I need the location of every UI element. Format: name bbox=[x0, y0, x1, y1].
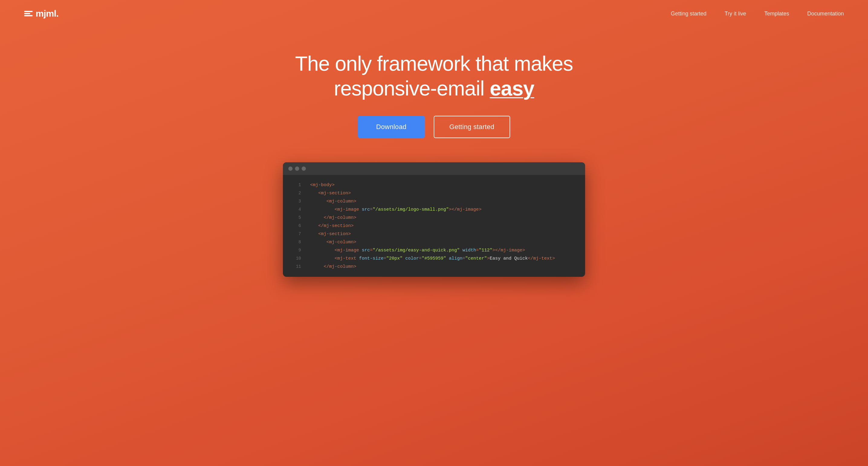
code-line: 8 <mj-column> bbox=[283, 238, 585, 246]
line-number: 2 bbox=[289, 189, 301, 197]
code-line: 4 <mj-image src="/assets/img/logo-small.… bbox=[283, 206, 585, 214]
code-content: <mj-image src="/assets/img/easy-and-quic… bbox=[310, 246, 525, 254]
nav-try-it-live[interactable]: Try it live bbox=[725, 10, 746, 17]
code-content: <mj-column> bbox=[310, 238, 356, 246]
hero-buttons: Download Getting started bbox=[12, 116, 856, 138]
code-content: </mj-column> bbox=[310, 262, 356, 271]
download-button[interactable]: Download bbox=[358, 116, 424, 138]
editor-body: 1<mj-body>2 <mj-section>3 <mj-column>4 <… bbox=[283, 175, 585, 277]
hero-title-line1: The only framework that makes bbox=[295, 52, 573, 75]
code-line: 7 <mj-section> bbox=[283, 230, 585, 238]
line-number: 8 bbox=[289, 239, 301, 246]
line-number: 10 bbox=[289, 255, 301, 262]
code-line: 3 <mj-column> bbox=[283, 197, 585, 206]
nav-links: Getting started Try it live Templates Do… bbox=[671, 10, 844, 17]
line-number: 1 bbox=[289, 181, 301, 189]
code-line: 1<mj-body> bbox=[283, 181, 585, 189]
code-content: <mj-section> bbox=[310, 230, 351, 238]
code-content: <mj-section> bbox=[310, 189, 351, 197]
hero-title-line2: responsive-email bbox=[334, 77, 490, 100]
code-content: <mj-image src="/assets/img/logo-small.pn… bbox=[310, 206, 482, 214]
hero-title: The only framework that makes responsive… bbox=[12, 51, 856, 101]
nav-templates[interactable]: Templates bbox=[764, 10, 789, 17]
editor-titlebar bbox=[283, 162, 585, 175]
window-dot-3 bbox=[302, 166, 306, 171]
code-content: <mj-body> bbox=[310, 181, 335, 189]
line-number: 11 bbox=[289, 263, 301, 271]
navbar: mjml. Getting started Try it live Templa… bbox=[0, 0, 868, 27]
line-number: 7 bbox=[289, 230, 301, 238]
code-line: 6 </mj-section> bbox=[283, 222, 585, 230]
code-content: </mj-column> bbox=[310, 214, 356, 222]
logo-text: mjml. bbox=[36, 8, 59, 19]
line-number: 9 bbox=[289, 247, 301, 254]
hero-section: The only framework that makes responsive… bbox=[0, 27, 868, 295]
hero-title-easy: easy bbox=[490, 77, 534, 100]
window-dot-1 bbox=[288, 166, 292, 171]
logo-icon bbox=[24, 11, 33, 16]
getting-started-button[interactable]: Getting started bbox=[434, 116, 510, 138]
code-line: 9 <mj-image src="/assets/img/easy-and-qu… bbox=[283, 246, 585, 254]
line-number: 6 bbox=[289, 222, 301, 230]
nav-getting-started[interactable]: Getting started bbox=[671, 10, 706, 17]
code-editor: 1<mj-body>2 <mj-section>3 <mj-column>4 <… bbox=[283, 162, 585, 277]
code-line: 11 </mj-column> bbox=[283, 262, 585, 271]
line-number: 5 bbox=[289, 214, 301, 221]
code-line: 10 <mj-text font-size="20px" color="#595… bbox=[283, 254, 585, 262]
code-line: 2 <mj-section> bbox=[283, 189, 585, 197]
line-number: 3 bbox=[289, 198, 301, 205]
window-dot-2 bbox=[295, 166, 299, 171]
logo[interactable]: mjml. bbox=[24, 8, 59, 19]
code-content: <mj-text font-size="20px" color="#595959… bbox=[310, 254, 555, 262]
code-content: </mj-section> bbox=[310, 222, 353, 230]
nav-documentation[interactable]: Documentation bbox=[807, 10, 844, 17]
code-line: 5 </mj-column> bbox=[283, 214, 585, 222]
code-content: <mj-column> bbox=[310, 197, 356, 206]
line-number: 4 bbox=[289, 206, 301, 213]
